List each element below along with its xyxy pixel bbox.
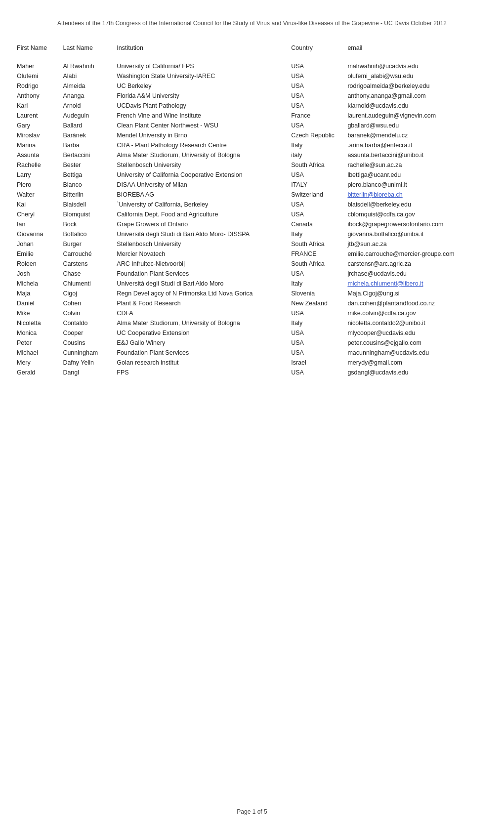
- page-container: Attendees of the 17th Congress of the In…: [0, 0, 504, 830]
- cell-first-name: Larry: [15, 170, 61, 180]
- cell-first-name: Rodrigo: [15, 81, 61, 91]
- cell-first-name: Laurent: [15, 111, 61, 121]
- cell-email: merydy@gmail.com: [345, 358, 489, 368]
- table-row: PeterCousinsE&J Gallo WineryUSApeter.cou…: [15, 338, 489, 348]
- table-row: MichelaChiumentiUniversità degli Studi d…: [15, 279, 489, 289]
- table-row: MeryDafny YelinGolan research institutIs…: [15, 358, 489, 368]
- cell-email: cblomquist@cdfa.ca.gov: [345, 209, 489, 219]
- table-row: CherylBlomquistCalifornia Dept. Food and…: [15, 209, 489, 219]
- table-row: JohanBurgerStellenbosch UniversitySouth …: [15, 239, 489, 249]
- cell-last-name: Bester: [61, 160, 115, 170]
- cell-country: Switzerland: [289, 190, 345, 200]
- cell-last-name: Barba: [61, 140, 115, 150]
- cell-institution: University of California/ FPS: [115, 61, 289, 71]
- cell-email: peter.cousins@ejgallo.com: [345, 338, 489, 348]
- cell-institution: Foundation Plant Services: [115, 348, 289, 358]
- cell-last-name: Bertaccini: [61, 150, 115, 160]
- cell-institution: Golan research institut: [115, 358, 289, 368]
- cell-first-name: Michael: [15, 348, 61, 358]
- cell-institution: University of California Cooperative Ext…: [115, 170, 289, 180]
- cell-first-name: Nicoletta: [15, 318, 61, 328]
- cell-last-name: Dangl: [61, 368, 115, 377]
- cell-last-name: Chiumenti: [61, 279, 115, 289]
- cell-institution: ARC Infruitec-Nietvoorbij: [115, 259, 289, 269]
- cell-country: USA: [289, 328, 345, 338]
- cell-first-name: Gary: [15, 121, 61, 130]
- email-link[interactable]: michela.chiumenti@libero.it: [347, 280, 423, 287]
- cell-first-name: Mike: [15, 308, 61, 318]
- cell-email: gballard@wsu.edu: [345, 121, 489, 130]
- cell-country: USA: [289, 348, 345, 358]
- cell-country: USA: [289, 368, 345, 377]
- cell-country: FRANCE: [289, 249, 345, 259]
- table-row: KaiBlaisdell`University of California, B…: [15, 200, 489, 209]
- cell-first-name: Olufemi: [15, 71, 61, 81]
- cell-last-name: Cunningham: [61, 348, 115, 358]
- cell-first-name: Gerald: [15, 368, 61, 377]
- cell-last-name: Dafny Yelin: [61, 358, 115, 368]
- cell-institution: Grape Growers of Ontario: [115, 219, 289, 229]
- table-row: MikeColvinCDFAUSAmike.colvin@cdfa.ca.gov: [15, 308, 489, 318]
- cell-email: malrwahnih@ucadvis.edu: [345, 61, 489, 71]
- cell-last-name: Audeguin: [61, 111, 115, 121]
- cell-last-name: Cooper: [61, 328, 115, 338]
- col-header-institution: Institution: [115, 42, 289, 56]
- cell-last-name: Almeida: [61, 81, 115, 91]
- cell-last-name: Burger: [61, 239, 115, 249]
- cell-institution: BIOREBA AG: [115, 190, 289, 200]
- cell-email: nicoletta.contaldo2@unibo.it: [345, 318, 489, 328]
- cell-first-name: Walter: [15, 190, 61, 200]
- cell-last-name: Baránek: [61, 130, 115, 140]
- cell-last-name: Cohen: [61, 298, 115, 308]
- cell-email: ibock@grapegrowersofontario.com: [345, 219, 489, 229]
- cell-institution: French Vine and Wine Institute: [115, 111, 289, 121]
- cell-country: USA: [289, 91, 345, 101]
- cell-first-name: Piero: [15, 180, 61, 190]
- cell-first-name: Michela: [15, 279, 61, 289]
- cell-last-name: Arnold: [61, 101, 115, 111]
- cell-email: assunta.bertaccini@unibo.it: [345, 150, 489, 160]
- table-row: JoshChaseFoundation Plant ServicesUSAjrc…: [15, 269, 489, 279]
- cell-country: USA: [289, 209, 345, 219]
- cell-email: klarnold@ucdavis.edu: [345, 101, 489, 111]
- cell-email[interactable]: bitterlin@bioreba.ch: [345, 190, 489, 200]
- cell-first-name: Monica: [15, 328, 61, 338]
- table-row: RachelleBesterStellenbosch UniversitySou…: [15, 160, 489, 170]
- cell-country: USA: [289, 308, 345, 318]
- cell-institution: CDFA: [115, 308, 289, 318]
- table-row: AnthonyAnangaFlorida A&M UniversityUSAan…: [15, 91, 489, 101]
- cell-institution: UCDavis Plant Pathology: [115, 101, 289, 111]
- cell-email: mike.colvin@cdfa.ca.gov: [345, 308, 489, 318]
- cell-email: dan.cohen@plantandfood.co.nz: [345, 298, 489, 308]
- cell-last-name: Blomquist: [61, 209, 115, 219]
- cell-first-name: Roleen: [15, 259, 61, 269]
- cell-email: blaisdell@berkeley.edu: [345, 200, 489, 209]
- col-header-first: First Name: [15, 42, 61, 56]
- cell-email[interactable]: michela.chiumenti@libero.it: [345, 279, 489, 289]
- cell-first-name: Emilie: [15, 249, 61, 259]
- cell-last-name: Bock: [61, 219, 115, 229]
- cell-first-name: Miroslav: [15, 130, 61, 140]
- cell-last-name: Contaldo: [61, 318, 115, 328]
- cell-institution: E&J Gallo Winery: [115, 338, 289, 348]
- cell-email: .arina.barba@entecra.it: [345, 140, 489, 150]
- cell-first-name: Johan: [15, 239, 61, 249]
- cell-country: South Africa: [289, 160, 345, 170]
- email-link[interactable]: bitterlin@bioreba.ch: [347, 191, 402, 198]
- cell-country: Italy: [289, 279, 345, 289]
- cell-email: piero.bianco@unimi.it: [345, 180, 489, 190]
- table-row: RoleenCarstensARC Infruitec-NietvoorbijS…: [15, 259, 489, 269]
- cell-country: USA: [289, 121, 345, 130]
- cell-first-name: Maja: [15, 289, 61, 298]
- table-row: MonicaCooperUC Cooperative ExtensionUSAm…: [15, 328, 489, 338]
- cell-email: lbettiga@ucanr.edu: [345, 170, 489, 180]
- cell-country: USA: [289, 200, 345, 209]
- col-header-country: Country: [289, 42, 345, 56]
- cell-institution: `University of California, Berkeley: [115, 200, 289, 209]
- cell-last-name: Bettiga: [61, 170, 115, 180]
- cell-email: rodrigoalmeida@berkeley.edu: [345, 81, 489, 91]
- cell-last-name: Ananga: [61, 91, 115, 101]
- cell-last-name: Cousins: [61, 338, 115, 348]
- cell-email: macunningham@ucdavis.edu: [345, 348, 489, 358]
- attendees-table: First Name Last Name Institution Country…: [15, 42, 489, 377]
